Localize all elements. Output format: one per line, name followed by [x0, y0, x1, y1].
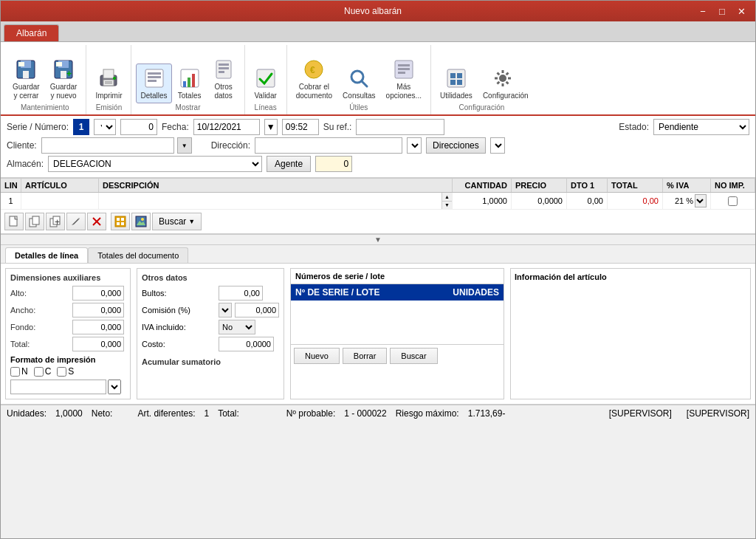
search-button[interactable]: Buscar ▼ — [152, 213, 202, 230]
check-n[interactable] — [10, 367, 20, 377]
n-probable-label: Nº probable: — [286, 408, 335, 419]
cell-dto[interactable] — [567, 193, 608, 209]
svg-rect-62 — [121, 222, 124, 225]
iva-select[interactable]: ▼ — [695, 194, 707, 207]
tab-albaran[interactable]: Albarán — [4, 24, 59, 41]
cobrar-button[interactable]: € Cobrar eldocumento — [292, 55, 337, 103]
cell-precio[interactable] — [512, 193, 567, 209]
comision-dropdown[interactable]: ▼ — [219, 303, 232, 317]
cell-cantidad[interactable] — [453, 193, 512, 209]
ribbon-group-mantenimiento: Guardary cerrar + Guardary nuevo Manteni… — [4, 45, 86, 114]
otros-title: Otros datos — [142, 273, 279, 282]
fecha-dropdown[interactable]: ▼ — [264, 119, 278, 135]
guardar-nuevo-button[interactable]: + Guardary nuevo — [46, 55, 82, 103]
serie-dropdown[interactable]: ▼ — [94, 119, 116, 135]
direccion-dropdown[interactable]: ▼ — [407, 137, 422, 154]
fondo-input[interactable] — [72, 320, 124, 334]
otros-datos-button[interactable]: Otrosdatos — [207, 55, 240, 103]
svg-rect-7 — [56, 62, 62, 66]
ancho-input[interactable] — [72, 303, 124, 317]
agente-num-input[interactable] — [315, 156, 352, 172]
serie-header: Nº DE SERIE / LOTE UNIDADES — [291, 284, 504, 301]
comision-input[interactable] — [235, 303, 279, 317]
close-button[interactable]: ✕ — [733, 4, 749, 18]
imprimir-icon — [97, 66, 120, 90]
bultos-input[interactable] — [219, 286, 263, 301]
almacen-select[interactable]: DELEGACION — [48, 156, 262, 172]
svg-rect-22 — [192, 74, 195, 87]
hora-input[interactable] — [282, 119, 319, 135]
detalles-button[interactable]: Detalles — [136, 63, 171, 103]
new-doc-button[interactable] — [4, 213, 24, 230]
acumular-input[interactable] — [10, 380, 106, 394]
acumular-select[interactable]: ▼ — [108, 380, 121, 394]
direcciones-button[interactable]: Direcciones — [426, 137, 486, 154]
edit-button[interactable] — [66, 213, 86, 230]
imprimir-button[interactable]: Imprimir — [91, 63, 126, 103]
delete-button[interactable] — [87, 213, 106, 230]
cliente-dropdown[interactable]: ▼ — [177, 137, 192, 154]
mas-opciones-button[interactable]: Másopciones... — [382, 55, 426, 103]
grid-img1-button[interactable] — [111, 213, 130, 230]
precio-input[interactable] — [515, 196, 563, 205]
grid-img2-button[interactable] — [131, 213, 151, 230]
check-s[interactable] — [57, 367, 66, 377]
col-header-iva: % IVA — [663, 179, 711, 192]
configuracion-label: Configuración — [483, 92, 523, 100]
direcciones-dropdown[interactable]: ▼ — [490, 137, 505, 154]
serie-borrar-button[interactable]: Borrar — [343, 348, 388, 364]
svg-rect-3 — [18, 62, 24, 66]
descripcion-input[interactable] — [103, 196, 436, 205]
minimize-button[interactable]: − — [695, 4, 711, 18]
iva-incluido-select[interactable]: No Sí — [219, 320, 255, 334]
cliente-input[interactable] — [41, 137, 174, 154]
otros-panel: Otros datos Bultos: Comisión (%) ▼ IVA i… — [137, 268, 284, 399]
serie-value[interactable]: 1 — [73, 119, 89, 135]
paste-link-button[interactable]: + — [46, 213, 65, 230]
suref-input[interactable] — [356, 119, 444, 135]
estado-select[interactable]: Pendiente — [653, 119, 749, 135]
cell-noimp[interactable] — [711, 193, 755, 209]
svg-rect-21 — [188, 78, 190, 87]
tab-totales-documento[interactable]: Totales del documento — [88, 247, 188, 263]
fecha-input[interactable] — [193, 119, 260, 135]
ribbon-group-emision: Imprimir Emisión — [86, 45, 131, 114]
tab-detalles-linea[interactable]: Detalles de línea — [5, 247, 88, 263]
scroll-indicator[interactable]: ▼ — [1, 234, 755, 245]
svg-rect-60 — [121, 218, 124, 221]
validar-button[interactable]: Validar — [250, 63, 282, 103]
articulo-input[interactable] — [25, 196, 94, 205]
direccion-input[interactable] — [255, 137, 402, 154]
configuracion-button[interactable]: Configuración — [478, 63, 528, 103]
consultas-button[interactable]: Consultas — [338, 63, 379, 103]
check-c[interactable] — [34, 367, 44, 377]
cantidad-input[interactable] — [456, 196, 507, 205]
scroll-down[interactable]: ▼ — [442, 202, 452, 210]
dto-input[interactable] — [571, 196, 603, 205]
utilidades-label: Utilidades — [440, 92, 472, 100]
cell-iva[interactable]: 21 % ▼ — [663, 193, 711, 209]
cell-articulo[interactable] — [21, 193, 99, 209]
cell-descripcion[interactable]: ▲ ▼ — [99, 193, 453, 209]
numero-input[interactable] — [120, 119, 157, 135]
acumular-row: ▼ — [10, 380, 126, 394]
svg-rect-40 — [457, 80, 462, 85]
agente-button[interactable]: Agente — [267, 156, 311, 172]
alto-input[interactable] — [72, 286, 124, 301]
utilidades-button[interactable]: Utilidades — [436, 63, 477, 103]
costo-input[interactable] — [219, 337, 274, 351]
serie-nuevo-button[interactable]: Nuevo — [294, 348, 340, 364]
cell-total[interactable] — [608, 193, 663, 209]
noimp-checkbox[interactable] — [715, 196, 751, 206]
svg-text:+: + — [66, 69, 72, 79]
guardar-nuevo-label: Guardary nuevo — [50, 83, 78, 100]
total-dim-input[interactable] — [72, 337, 124, 351]
serie-buscar-button[interactable]: Buscar — [390, 348, 437, 364]
total-input[interactable] — [611, 196, 659, 205]
guardar-cerrar-button[interactable]: Guardary cerrar — [8, 55, 44, 103]
totales-button[interactable]: Totales — [173, 63, 206, 103]
maximize-button[interactable]: □ — [714, 4, 730, 18]
copy-button[interactable] — [25, 213, 44, 230]
scroll-up[interactable]: ▲ — [442, 193, 452, 202]
guardar-cerrar-icon — [14, 58, 38, 81]
